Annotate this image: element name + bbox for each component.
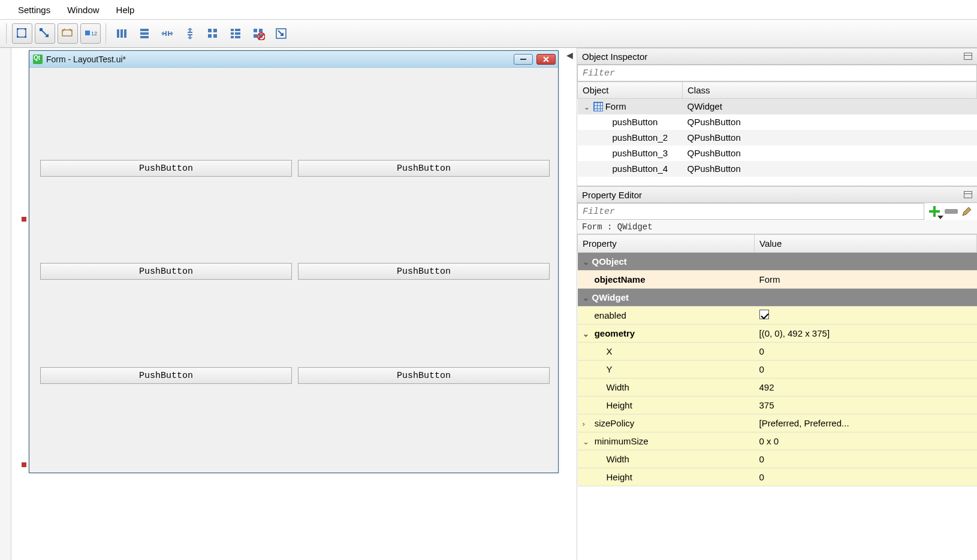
- tree-row[interactable]: pushButton_4QPushButton: [578, 161, 977, 177]
- svg-rect-12: [140, 29, 149, 31]
- object-tree[interactable]: Object Class ⌄ Form QWidget pushButtonQP…: [577, 81, 977, 177]
- svg-rect-27: [254, 34, 257, 38]
- close-button[interactable]: [536, 54, 556, 65]
- prop-height[interactable]: Height375: [578, 396, 977, 414]
- menu-window[interactable]: Window: [67, 5, 99, 15]
- property-editor-title: Property Editor: [582, 190, 642, 200]
- checkbox-checked-icon[interactable]: [759, 310, 769, 319]
- titlebar: Form - LayoutTest.ui*: [29, 51, 558, 68]
- push-button[interactable]: PushButton: [298, 263, 550, 280]
- svg-rect-25: [254, 29, 257, 32]
- prop-objectname[interactable]: objectNameForm: [578, 271, 977, 289]
- remove-property-button[interactable]: [945, 209, 958, 214]
- svg-rect-20: [235, 29, 240, 31]
- ruler-marker-icon: [22, 217, 26, 222]
- prop-enabled[interactable]: enabled: [578, 307, 977, 325]
- prop-sizepolicy[interactable]: › sizePolicy[Preferred, Preferred...: [578, 414, 977, 432]
- svg-rect-11: [124, 29, 126, 38]
- svg-rect-19: [231, 29, 234, 31]
- svg-rect-2: [25, 28, 26, 30]
- tree-row-form[interactable]: ⌄ Form QWidget: [578, 99, 977, 114]
- dock-icon[interactable]: [964, 53, 972, 60]
- group-qwidget[interactable]: ⌄QWidget: [578, 289, 977, 307]
- layout-form-icon[interactable]: [225, 23, 246, 44]
- prop-x[interactable]: X0: [578, 343, 977, 361]
- property-editor-panel: Property Editor Form : QWidget Property …: [577, 186, 977, 560]
- prop-min-height[interactable]: Height0: [578, 468, 977, 486]
- qt-logo-icon: [33, 55, 43, 64]
- object-inspector-title: Object Inspector: [582, 52, 647, 62]
- svg-rect-21: [231, 32, 234, 35]
- edit-taborder-icon[interactable]: 12: [80, 23, 101, 44]
- layout-hsplitter-icon[interactable]: [157, 23, 177, 44]
- layout-vsplitter-icon[interactable]: [180, 23, 200, 44]
- menubar: Settings Window Help: [0, 0, 977, 19]
- window-title: Form - LayoutTest.ui*: [46, 55, 510, 64]
- layout-grid-icon: [593, 102, 603, 111]
- svg-rect-9: [117, 29, 119, 38]
- layout-horizontal-icon[interactable]: [111, 23, 132, 44]
- dock-icon[interactable]: [964, 191, 972, 198]
- svg-rect-16: [213, 29, 217, 32]
- svg-rect-4: [25, 36, 26, 38]
- push-button[interactable]: PushButton: [40, 263, 292, 280]
- property-table[interactable]: Property Value ⌄QObject objectNameForm ⌄…: [577, 234, 977, 486]
- prop-min-width[interactable]: Width0: [578, 450, 977, 468]
- toolbar: 12: [0, 19, 977, 48]
- col-value[interactable]: Value: [755, 235, 977, 253]
- svg-rect-15: [208, 29, 212, 32]
- minimize-button[interactable]: [514, 54, 533, 65]
- svg-rect-18: [213, 34, 217, 38]
- svg-rect-26: [259, 29, 263, 32]
- property-context: Form : QWidget: [577, 220, 977, 234]
- svg-rect-6: [62, 30, 72, 36]
- property-filter-input[interactable]: [577, 203, 924, 220]
- push-button[interactable]: PushButton: [298, 160, 550, 177]
- prop-minimumsize[interactable]: ⌄ minimumSize0 x 0: [578, 432, 977, 450]
- svg-rect-3: [17, 36, 19, 38]
- svg-rect-1: [17, 28, 19, 30]
- break-layout-icon[interactable]: [248, 23, 269, 44]
- col-class[interactable]: Class: [683, 82, 977, 99]
- prop-y[interactable]: Y0: [578, 361, 977, 379]
- chevron-left-icon[interactable]: ◀: [566, 50, 573, 60]
- push-button[interactable]: PushButton: [298, 367, 550, 384]
- col-object[interactable]: Object: [578, 82, 683, 99]
- layout-vertical-icon[interactable]: [134, 23, 155, 44]
- svg-rect-17: [208, 34, 212, 38]
- svg-rect-14: [140, 36, 149, 38]
- object-inspector-panel: Object Inspector Object Class ⌄ Form QWi…: [577, 48, 977, 186]
- prop-geometry[interactable]: ⌄ geometry[(0, 0), 492 x 375]: [578, 325, 977, 343]
- edit-buddies-icon[interactable]: [58, 23, 78, 44]
- prop-width[interactable]: Width492: [578, 379, 977, 396]
- svg-rect-23: [231, 36, 234, 38]
- object-filter-input[interactable]: [577, 65, 977, 81]
- menu-help[interactable]: Help: [116, 5, 135, 15]
- svg-rect-13: [140, 32, 149, 35]
- tree-row[interactable]: pushButtonQPushButton: [578, 114, 977, 130]
- group-qobject[interactable]: ⌄QObject: [578, 253, 977, 271]
- svg-text:12: 12: [91, 31, 97, 37]
- svg-rect-22: [235, 32, 240, 35]
- svg-rect-7: [85, 31, 90, 35]
- adjust-size-icon[interactable]: [271, 23, 291, 44]
- col-property[interactable]: Property: [578, 235, 755, 253]
- svg-rect-5: [40, 28, 43, 31]
- form-surface[interactable]: PushButton PushButton PushButton PushBut…: [29, 68, 558, 473]
- layout-grid-icon[interactable]: [203, 23, 223, 44]
- ruler-marker-icon: [22, 462, 26, 467]
- svg-rect-10: [120, 29, 123, 38]
- svg-rect-0: [17, 29, 26, 37]
- push-button[interactable]: PushButton: [40, 160, 292, 177]
- form-preview-window: Form - LayoutTest.ui* PushButton PushBut…: [29, 50, 559, 473]
- push-button[interactable]: PushButton: [40, 367, 292, 384]
- edit-widgets-icon[interactable]: [12, 23, 32, 44]
- edit-icon[interactable]: [961, 206, 972, 217]
- menu-settings[interactable]: Settings: [18, 5, 50, 15]
- tree-row[interactable]: pushButton_2QPushButton: [578, 130, 977, 146]
- design-canvas[interactable]: ◀ Form - LayoutTest.ui* PushButton PushB…: [0, 48, 577, 560]
- right-panel: Object Inspector Object Class ⌄ Form QWi…: [577, 48, 977, 560]
- edit-signals-icon[interactable]: [35, 23, 55, 44]
- add-property-button[interactable]: [928, 205, 941, 218]
- tree-row[interactable]: pushButton_3QPushButton: [578, 146, 977, 161]
